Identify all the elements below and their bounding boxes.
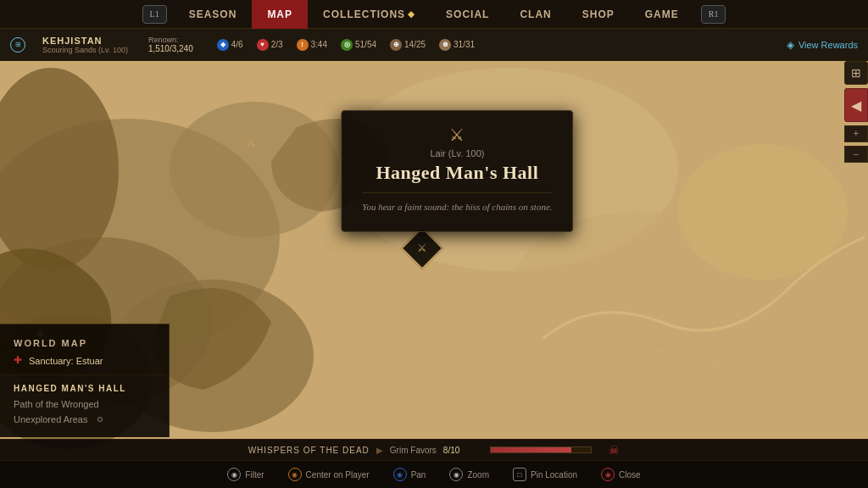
map-grid-button[interactable]: ⊞ xyxy=(844,61,868,85)
region-name: KEHJISTAN xyxy=(42,36,128,46)
path-wronged-label: Path of the Wronged xyxy=(14,399,99,409)
skull-icon: ☠ xyxy=(609,443,620,458)
separator: ▶ xyxy=(376,446,383,455)
zoom-icon: ◉ xyxy=(449,468,463,481)
map-plus-button[interactable]: + xyxy=(844,125,868,142)
controls-bar: ◉ Filter ◉ Center on Player ◉ Pan ◉ Zoom… xyxy=(0,461,868,488)
grim-favors-count: 8/10 xyxy=(443,446,459,455)
map-minus-button[interactable]: − xyxy=(844,146,868,163)
sanctuary-cross-icon: ✚ xyxy=(14,354,22,367)
center-player-icon: ◉ xyxy=(288,468,302,481)
view-rewards-button[interactable]: ◈ View Rewards xyxy=(787,39,858,51)
region-sub: Scouring Sands (Lv. 100) xyxy=(42,46,128,54)
stat-cellars: ⊗ 31/31 xyxy=(439,39,475,51)
level-icon: ⊞ xyxy=(10,37,25,53)
nav-game[interactable]: GAME xyxy=(630,0,694,29)
nav-clan[interactable]: CLAN xyxy=(504,0,566,29)
top-navigation: L1 SEASON MAP COLLECTIONS ◆ SOCIAL CLAN … xyxy=(0,0,868,29)
timer-icon: ! xyxy=(297,39,309,51)
nav-season[interactable]: SEASON xyxy=(174,0,253,29)
popup-type: Lair (Lv. 100) xyxy=(362,148,552,158)
popup-description: You hear a faint sound: the hiss of chai… xyxy=(362,200,552,214)
pin-diamond: ⚔ xyxy=(401,227,444,270)
pan-control[interactable]: ◉ Pan xyxy=(393,468,426,481)
filter-button-icon: ◉ xyxy=(227,468,241,481)
world-map-label: WORLD MAP xyxy=(0,335,169,352)
health-icon: ♥ xyxy=(257,39,269,51)
panel-separator xyxy=(0,374,169,375)
sanctuary-item[interactable]: ✚ Sanctuary: Estuar xyxy=(0,352,169,369)
nav-social[interactable]: SOCIAL xyxy=(431,0,504,29)
view-rewards-label: View Rewards xyxy=(798,40,858,50)
nav-shop[interactable]: SHOP xyxy=(567,0,630,29)
location-popup: ⚔ Lair (Lv. 100) Hanged Man's Hall You h… xyxy=(341,110,573,232)
unexplored-dot-icon xyxy=(97,417,103,422)
location-section-header: HANGED MAN'S HALL xyxy=(0,380,169,396)
map-icon-dungeon-2[interactable]: ⚔ xyxy=(653,337,664,352)
info-bar: ⊞ KEHJISTAN Scouring Sands (Lv. 100) Ren… xyxy=(0,29,868,61)
nav-l1-button[interactable]: L1 xyxy=(142,5,167,24)
popup-dungeon-icon: ⚔ xyxy=(362,125,552,145)
pin-location-icon: □ xyxy=(513,468,526,481)
grim-favors-progress-fill xyxy=(491,447,570,452)
path-wronged-item[interactable]: Path of the Wronged xyxy=(0,396,169,412)
pin-inner-icon: ⚔ xyxy=(417,241,427,255)
rewards-icon: ◈ xyxy=(787,39,794,51)
close-control[interactable]: ◉ Close xyxy=(601,468,641,481)
stat-objectives: ◎ 51/54 xyxy=(341,39,376,51)
nav-r1-button[interactable]: R1 xyxy=(701,5,726,24)
right-controls: ⊞ ◀ + − xyxy=(844,61,868,163)
close-label: Close xyxy=(619,470,641,480)
pan-label: Pan xyxy=(411,470,426,480)
map-icon-dungeon-1[interactable]: ⚔ xyxy=(246,136,257,150)
unexplored-areas-label: Unexplored Areas xyxy=(14,414,87,424)
pin-location-control[interactable]: □ Pin Location xyxy=(513,468,577,481)
stat-waypoints: ◈ 4/6 xyxy=(217,39,243,51)
stat-health: ♥ 2/3 xyxy=(257,39,283,51)
collections-diamond-icon: ◆ xyxy=(408,9,415,19)
filter-control[interactable]: ◉ Filter xyxy=(227,468,264,481)
stat-dungeons: ⊕ 14/25 xyxy=(390,39,426,51)
dungeons-icon: ⊕ xyxy=(390,39,402,51)
popup-divider xyxy=(362,192,552,193)
bottom-status-bar: WHISPERS OF THE DEAD ▶ Grim Favors 8/10 … xyxy=(0,439,868,461)
grim-favors-progress-bar xyxy=(490,446,592,453)
objectives-icon: ◎ xyxy=(341,39,353,51)
filter-label: Filter xyxy=(245,470,264,480)
region-info: KEHJISTAN Scouring Sands (Lv. 100) xyxy=(42,36,128,54)
sanctuary-text: Sanctuary: Estuar xyxy=(29,356,103,366)
renown-value: 1,510/3,240 xyxy=(148,44,193,53)
zoom-label: Zoom xyxy=(467,470,489,480)
renown-info: Renown: 1,510/3,240 xyxy=(148,36,193,53)
popup-name: Hanged Man's Hall xyxy=(362,162,552,184)
zoom-control[interactable]: ◉ Zoom xyxy=(449,468,489,481)
cellars-icon: ⊗ xyxy=(439,39,451,51)
stat-timer: ! 3:44 xyxy=(297,39,327,51)
center-player-label: Center on Player xyxy=(306,470,370,480)
pin-location-label: Pin Location xyxy=(531,470,577,480)
left-panel: WORLD MAP ✚ Sanctuary: Estuar HANGED MAN… xyxy=(0,324,170,437)
close-icon: ◉ xyxy=(601,468,615,481)
r1-label: R1 xyxy=(709,9,719,19)
center-player-control[interactable]: ◉ Center on Player xyxy=(288,468,370,481)
whispers-info: WHISPERS OF THE DEAD ▶ Grim Favors 8/10 xyxy=(248,446,460,455)
unexplored-areas-item[interactable]: Unexplored Areas xyxy=(0,412,169,427)
l1-label: L1 xyxy=(150,9,159,19)
nav-collections[interactable]: COLLECTIONS ◆ xyxy=(308,0,431,29)
waypoints-icon: ◈ xyxy=(217,39,229,51)
map-collapse-button[interactable]: ◀ xyxy=(844,88,868,122)
pan-icon: ◉ xyxy=(393,468,407,481)
whispers-label: WHISPERS OF THE DEAD xyxy=(248,446,370,455)
map-pin-active[interactable]: ⚔ xyxy=(407,233,437,263)
renown-label: Renown: xyxy=(148,36,193,44)
nav-map[interactable]: MAP xyxy=(252,0,308,29)
grim-favors-label: Grim Favors xyxy=(390,446,437,455)
